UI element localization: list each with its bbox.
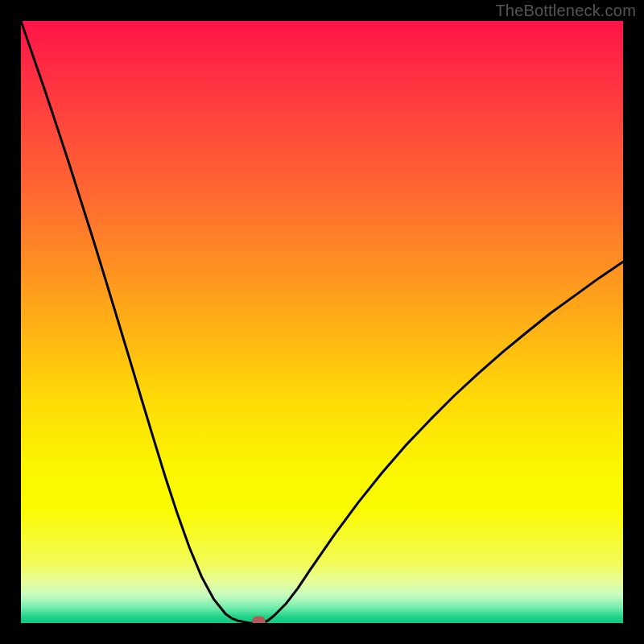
plot-area (21, 21, 623, 623)
plot-svg (21, 21, 623, 623)
optimal-point-marker (252, 617, 265, 624)
gradient-background (21, 21, 623, 623)
watermark-text: TheBottleneck.com (495, 2, 636, 20)
chart-frame: TheBottleneck.com (0, 0, 644, 644)
